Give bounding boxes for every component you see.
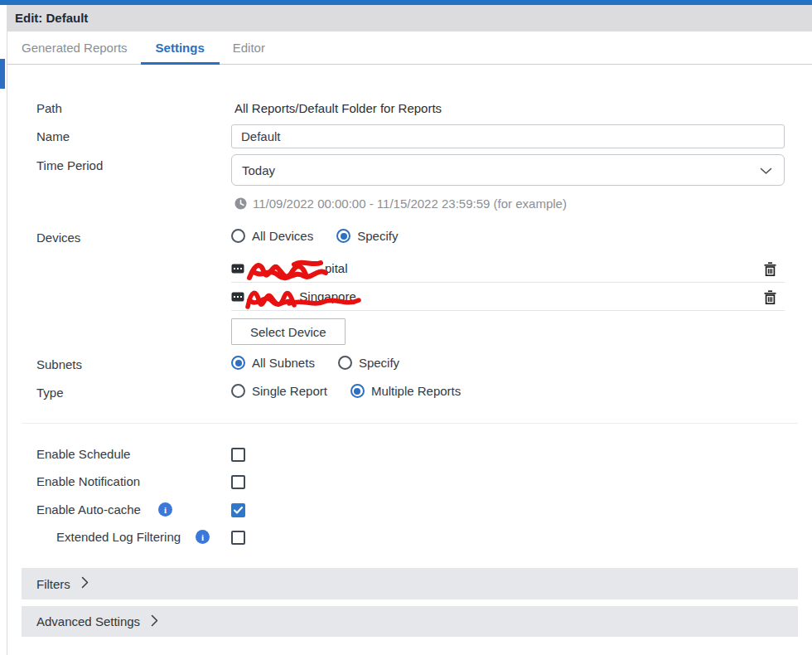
radio-all-devices[interactable]: All Devices xyxy=(231,229,313,243)
hint-text: 11/09/2022 00:00:00 - 11/15/2022 23:59:5… xyxy=(253,196,567,211)
radio-label: Multiple Reports xyxy=(371,384,461,398)
subnets-label: Subnets xyxy=(36,357,82,371)
radio-single-report[interactable]: Single Report xyxy=(231,384,327,398)
trash-icon[interactable] xyxy=(763,289,777,305)
radio-label: Single Report xyxy=(252,384,327,398)
info-icon[interactable]: i xyxy=(158,502,172,517)
time-period-label: Time Period xyxy=(36,158,103,172)
devices-label: Devices xyxy=(36,230,80,245)
radio-circle[interactable] xyxy=(231,384,245,398)
chevron-right-icon xyxy=(151,614,158,629)
type-radio-group: Single Report Multiple Reports xyxy=(231,384,461,398)
section-divider xyxy=(22,423,798,424)
time-period-select[interactable]: Today xyxy=(231,154,785,186)
enable-notification-label: Enable Notification xyxy=(36,474,140,488)
chevron-down-icon xyxy=(760,163,772,177)
device-row: pital xyxy=(231,255,785,283)
device-icon xyxy=(231,264,244,274)
name-input[interactable] xyxy=(231,124,785,148)
filters-section-bar[interactable]: Filters xyxy=(22,568,798,599)
trash-icon[interactable] xyxy=(763,261,777,277)
path-value: All Reports/Default Folder for Reports xyxy=(234,101,442,115)
radio-circle-selected[interactable] xyxy=(231,356,245,370)
radio-specify-devices[interactable]: Specify xyxy=(336,229,398,243)
select-device-button[interactable]: Select Device xyxy=(231,318,346,345)
device-list: pital xyxy=(231,255,785,311)
panel-left-border xyxy=(7,32,7,655)
filters-section-label: Filters xyxy=(36,577,70,591)
tab-editor[interactable]: Editor xyxy=(233,32,265,65)
path-label: Path xyxy=(36,101,62,115)
type-label: Type xyxy=(36,386,64,400)
enable-notification-checkbox[interactable] xyxy=(231,475,245,489)
device-name: pital xyxy=(231,261,348,275)
time-period-value: Today xyxy=(242,163,760,177)
enable-schedule-label: Enable Schedule xyxy=(36,447,130,461)
device-name-visible: _Singapore xyxy=(292,289,356,303)
page-title: Edit: Default xyxy=(7,5,812,32)
radio-circle[interactable] xyxy=(231,229,245,243)
enable-auto-cache-label: Enable Auto-cache xyxy=(36,502,141,517)
device-name-visible: pital xyxy=(325,261,348,275)
info-icon[interactable]: i xyxy=(196,530,210,544)
device-name: _Singapore xyxy=(231,289,356,303)
radio-multiple-reports[interactable]: Multiple Reports xyxy=(350,384,461,398)
left-scroll-marker xyxy=(0,59,5,89)
check-icon xyxy=(234,507,243,514)
enable-schedule-checkbox[interactable] xyxy=(231,448,245,462)
radio-circle[interactable] xyxy=(338,356,352,370)
clock-icon xyxy=(234,197,247,210)
time-period-hint: 11/09/2022 00:00:00 - 11/15/2022 23:59:5… xyxy=(234,196,567,211)
radio-label: All Subnets xyxy=(252,356,315,370)
tab-settings[interactable]: Settings xyxy=(156,32,205,65)
tab-bar: Generated Reports Settings Editor xyxy=(7,32,812,65)
device-icon xyxy=(231,292,244,302)
devices-radio-group: All Devices Specify xyxy=(231,229,398,243)
radio-label: Specify xyxy=(357,229,398,243)
advanced-settings-section-bar[interactable]: Advanced Settings xyxy=(22,606,798,637)
chevron-right-icon xyxy=(81,576,89,591)
enable-auto-cache-checkbox[interactable] xyxy=(231,503,245,517)
subnets-radio-group: All Subnets Specify xyxy=(231,356,399,370)
radio-specify-subnets[interactable]: Specify xyxy=(338,356,399,370)
radio-label: All Devices xyxy=(252,229,313,243)
extended-log-filtering-checkbox[interactable] xyxy=(231,531,245,545)
extended-log-filtering-label: Extended Log Filtering xyxy=(56,530,181,544)
radio-circle-selected[interactable] xyxy=(350,384,365,398)
advanced-settings-section-label: Advanced Settings xyxy=(36,614,140,628)
radio-circle-selected[interactable] xyxy=(336,229,350,243)
tab-generated-reports[interactable]: Generated Reports xyxy=(22,32,128,65)
name-label: Name xyxy=(36,129,70,143)
radio-label: Specify xyxy=(359,356,399,370)
radio-all-subnets[interactable]: All Subnets xyxy=(231,356,315,370)
device-row: _Singapore xyxy=(231,283,785,311)
